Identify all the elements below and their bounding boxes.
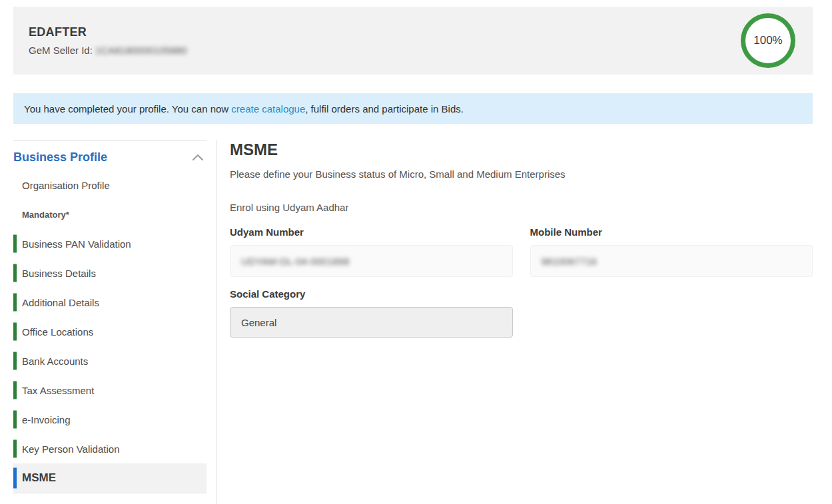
profile-complete-banner: You have completed your profile. You can… <box>13 93 813 124</box>
mobile-number-field-group: Mobile Number 9810067716 <box>530 226 813 277</box>
sidebar-item-key-person-validation[interactable]: Key Person Validation <box>13 434 207 463</box>
main-content: MSME Please define your Business status … <box>230 140 813 504</box>
sidebar-item-label: Business Details <box>22 268 96 279</box>
sidebar-section-business-profile[interactable]: Business Profile <box>13 140 207 170</box>
sidebar-item-label: Business PAN Validation <box>22 238 131 250</box>
profile-completion-ring: 100% <box>741 13 795 68</box>
create-catalogue-link[interactable]: create catalogue <box>231 103 305 115</box>
banner-text-after: , fulfil orders and participate in Bids. <box>305 103 464 115</box>
sidebar-item-label: Office Locations <box>22 326 93 338</box>
status-bar <box>13 206 17 224</box>
sidebar-item-additional-details[interactable]: Additional Details <box>13 288 207 317</box>
status-bar <box>13 176 17 194</box>
social-category-label: Social Category <box>230 288 513 300</box>
enrol-note: Enrol using Udyam Aadhar <box>230 202 813 213</box>
status-bar-active <box>13 468 17 489</box>
sidebar-item-tax-assessment[interactable]: Tax Assessment <box>13 376 207 405</box>
udyam-number-label: Udyam Number <box>230 226 513 238</box>
sidebar-item-office-locations[interactable]: Office Locations <box>13 317 207 346</box>
content-layout: Business Profile Organisation Profile Ma… <box>13 140 813 504</box>
udyam-number-value-redacted: UDYAM-DL-04-0001898 <box>241 256 349 267</box>
seller-id-label: GeM Seller Id: <box>29 45 95 56</box>
udyam-number-field-group: Udyam Number UDYAM-DL-04-0001898 <box>230 226 513 277</box>
sidebar-item-business-pan-validation[interactable]: Business PAN Validation <box>13 229 207 258</box>
banner-text-before: You have completed your profile. You can… <box>24 103 231 115</box>
status-bar-completed <box>13 411 17 429</box>
sidebar-item-label: Bank Accounts <box>22 356 88 367</box>
sidebar-item-label: Additional Details <box>22 297 99 308</box>
sidebar-item-label: Mandatory* <box>22 210 69 220</box>
status-bar-completed <box>13 294 17 312</box>
mobile-number-value-redacted: 9810067716 <box>542 256 597 267</box>
chevron-up-icon[interactable] <box>191 152 205 162</box>
status-bar-completed <box>13 323 17 341</box>
sidebar-item-label: Tax Assessment <box>22 385 94 396</box>
status-bar-completed <box>13 352 17 370</box>
status-bar-completed <box>13 235 17 253</box>
form-empty-cell <box>530 288 813 338</box>
mobile-number-input[interactable]: 9810067716 <box>530 245 813 277</box>
profile-header: EDAFTER GeM Seller Id: 1CA8180000105880 … <box>13 7 813 75</box>
sidebar-item-bank-accounts[interactable]: Bank Accounts <box>13 346 207 376</box>
social-category-field-group: Social Category General <box>230 288 513 338</box>
seller-id-value-redacted: 1CA8180000105880 <box>95 45 187 56</box>
seller-identity: EDAFTER GeM Seller Id: 1CA8180000105880 <box>29 25 187 56</box>
sidebar-item-e-invoicing[interactable]: e-Invoicing <box>13 405 207 434</box>
page-subtitle: Please define your Business status of Mi… <box>230 168 813 180</box>
udyam-number-input[interactable]: UDYAM-DL-04-0001898 <box>230 245 513 277</box>
sidebar: Business Profile Organisation Profile Ma… <box>13 140 216 504</box>
sidebar-inner: Business Profile Organisation Profile Ma… <box>13 140 207 493</box>
sidebar-item-organisation-profile[interactable]: Organisation Profile <box>13 170 207 200</box>
page-title: MSME <box>230 140 813 159</box>
sidebar-section-title: Business Profile <box>13 150 107 164</box>
status-bar-completed <box>13 440 17 458</box>
sidebar-item-label: MSME <box>22 471 56 485</box>
social-category-input[interactable]: General <box>230 307 513 338</box>
seller-id-row: GeM Seller Id: 1CA8180000105880 <box>29 45 187 56</box>
sidebar-item-msme[interactable]: MSME <box>13 463 207 493</box>
sidebar-subheading-mandatory: Mandatory* <box>13 200 207 229</box>
page: EDAFTER GeM Seller Id: 1CA8180000105880 … <box>13 7 813 504</box>
status-bar-completed <box>13 381 17 399</box>
status-bar-completed <box>13 264 17 282</box>
mobile-number-label: Mobile Number <box>530 226 813 238</box>
sidebar-item-label: e-Invoicing <box>22 414 71 425</box>
sidebar-nav-list: Organisation Profile Mandatory* Business… <box>13 170 207 493</box>
profile-completion-value: 100% <box>753 34 782 47</box>
social-category-value: General <box>241 317 276 328</box>
sidebar-item-business-details[interactable]: Business Details <box>13 258 207 288</box>
sidebar-item-label: Key Person Validation <box>22 443 119 455</box>
msme-form: Udyam Number UDYAM-DL-04-0001898 Mobile … <box>230 226 813 338</box>
sidebar-item-label: Organisation Profile <box>22 180 110 191</box>
company-name: EDAFTER <box>29 25 187 39</box>
